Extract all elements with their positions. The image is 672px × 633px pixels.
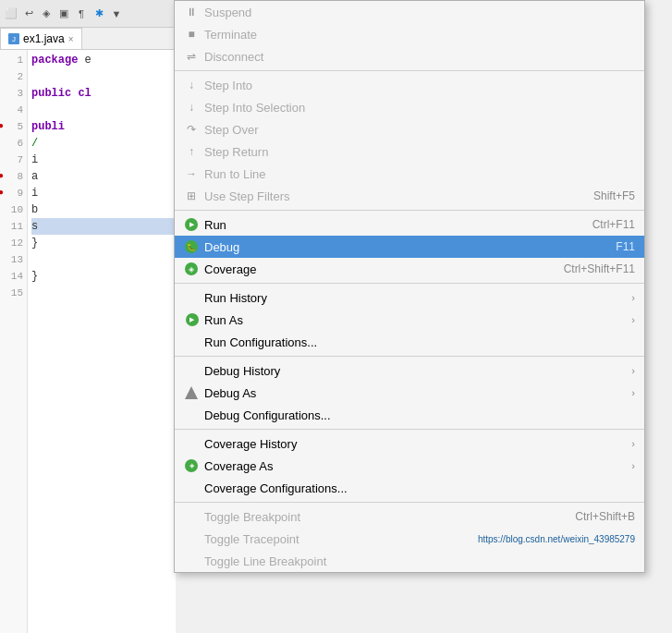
use-step-filters-label: Use Step Filters — [204, 189, 593, 203]
coverage-as-arrow: › — [631, 460, 635, 471]
suspend-label: Suspend — [204, 6, 635, 19]
code-editor: 1 2 3 4 5● 6 7 ●8 ●9 10 11 12 13 14 15 p… — [0, 50, 176, 633]
line-num-12: 12 — [0, 235, 23, 251]
code-line-3: public cl — [31, 85, 176, 102]
separator-6 — [175, 502, 644, 503]
toolbar-icon-2[interactable]: ↩ — [21, 6, 36, 21]
menu-item-coverage-history[interactable]: Coverage History › — [175, 432, 644, 455]
debug-as-label: Debug As — [204, 386, 624, 400]
run-configurations-icon — [182, 335, 201, 349]
step-return-icon: ↑ — [182, 144, 201, 159]
menu-item-step-into[interactable]: ↓ Step Into — [175, 74, 644, 96]
toolbar-icon-4[interactable]: ▣ — [56, 6, 71, 21]
disconnect-icon: ⇌ — [182, 49, 201, 64]
line-num-5: 5● — [0, 118, 23, 135]
coverage-history-arrow: › — [631, 438, 635, 449]
code-line-8: a — [31, 168, 176, 185]
menu-item-debug-history[interactable]: Debug History › — [175, 359, 644, 382]
run-as-icon: ▶ — [182, 312, 201, 327]
toggle-line-breakpoint-label: Toggle Line Breakpoint — [204, 554, 635, 568]
run-to-line-icon: → — [182, 166, 201, 181]
line-num-2: 2 — [0, 68, 23, 85]
toggle-breakpoint-icon — [182, 509, 201, 524]
toolbar-icon-1[interactable]: ⬜ — [4, 6, 18, 21]
menu-item-terminate[interactable]: ■ Terminate — [175, 23, 644, 45]
code-line-2 — [31, 68, 176, 85]
menu-item-toggle-tracepoint[interactable]: Toggle Tracepoint https://blog.csdn.net/… — [175, 528, 644, 550]
debug-history-arrow: › — [631, 365, 635, 376]
terminate-icon: ■ — [182, 27, 201, 42]
toolbar-icon-6[interactable]: ✱ — [92, 6, 106, 21]
step-return-label: Step Return — [204, 145, 635, 159]
run-shortcut: Ctrl+F11 — [593, 218, 635, 231]
step-into-label: Step Into — [204, 79, 635, 92]
toolbar-icon-arrow[interactable]: ▼ — [109, 6, 124, 21]
menu-item-use-step-filters[interactable]: ⊞ Use Step Filters Shift+F5 — [175, 185, 644, 207]
menu-item-suspend[interactable]: ⏸ Suspend — [175, 1, 644, 23]
debug-label: Debug — [204, 240, 616, 254]
menu-item-step-over[interactable]: ↷ Step Over — [175, 118, 644, 140]
menu-item-coverage[interactable]: ◈ Coverage Ctrl+Shift+F11 — [175, 258, 644, 280]
toggle-tracepoint-shortcut: https://blog.csdn.net/weixin_43985279 — [478, 534, 635, 544]
toggle-tracepoint-label: Toggle Tracepoint — [204, 532, 478, 546]
debug-as-icon — [182, 385, 201, 400]
menu-item-step-into-selection[interactable]: ↓ Step Into Selection — [175, 96, 644, 118]
tab-ex1-java[interactable]: J ex1.java × — [0, 28, 82, 49]
toggle-breakpoint-shortcut: Ctrl+Shift+B — [575, 510, 635, 523]
menu-item-debug[interactable]: 🐛 Debug F11 — [175, 236, 644, 258]
menu-item-run-configurations[interactable]: Run Configurations... — [175, 331, 644, 353]
menu-item-toggle-breakpoint[interactable]: Toggle Breakpoint Ctrl+Shift+B — [175, 505, 644, 528]
run-as-arrow: › — [631, 314, 635, 325]
menu-item-debug-configurations[interactable]: Debug Configurations... — [175, 404, 644, 426]
tab-close-button[interactable]: × — [68, 34, 74, 44]
line-num-14: 14 — [0, 268, 23, 285]
code-line-1: package e — [31, 52, 176, 68]
code-line-13 — [31, 251, 176, 268]
separator-2 — [175, 210, 644, 211]
menu-item-run-history[interactable]: Run History › — [175, 286, 644, 309]
step-into-icon: ↓ — [182, 78, 201, 92]
code-line-11: s — [31, 218, 176, 235]
run-to-line-label: Run to Line — [204, 167, 635, 181]
menu-item-run-to-line[interactable]: → Run to Line — [175, 163, 644, 185]
menu-item-coverage-configurations[interactable]: Coverage Configurations... — [175, 477, 644, 499]
toolbar-icon-3[interactable]: ◈ — [39, 6, 54, 21]
separator-5 — [175, 429, 644, 430]
line-num-8: ●8 — [0, 168, 23, 185]
coverage-configurations-label: Coverage Configurations... — [204, 481, 635, 495]
menu-item-run-as[interactable]: ▶ Run As › — [175, 309, 644, 331]
code-line-5: publi — [31, 118, 176, 135]
step-into-selection-label: Step Into Selection — [204, 101, 635, 115]
code-line-6: / — [31, 135, 176, 152]
code-line-10: b — [31, 201, 176, 218]
code-line-7: i — [31, 152, 176, 168]
code-line-4 — [31, 102, 176, 118]
coverage-history-label: Coverage History — [204, 437, 624, 451]
step-over-icon: ↷ — [182, 122, 201, 137]
menu-item-toggle-line-breakpoint[interactable]: Toggle Line Breakpoint — [175, 550, 644, 572]
code-text: package e public cl publi / i a i b s } … — [28, 50, 176, 633]
line-num-3: 3 — [0, 85, 23, 102]
line-num-15: 15 — [0, 285, 23, 301]
menu-item-run[interactable]: Run Ctrl+F11 — [175, 213, 644, 236]
menu-item-disconnect[interactable]: ⇌ Disconnect — [175, 45, 644, 67]
ide-toolbar: ⬜ ↩ ◈ ▣ ¶ ✱ ▼ — [0, 0, 176, 28]
step-into-selection-icon: ↓ — [182, 100, 201, 115]
toolbar-icon-5[interactable]: ¶ — [74, 6, 89, 21]
run-label: Run — [204, 218, 593, 232]
coverage-as-icon: ◈ — [182, 458, 201, 473]
tab-bar: J ex1.java × — [0, 28, 176, 50]
menu-item-step-return[interactable]: ↑ Step Return — [175, 140, 644, 163]
run-icon — [182, 217, 201, 232]
line-num-9: ●9 — [0, 185, 23, 201]
menu-item-debug-as[interactable]: Debug As › — [175, 382, 644, 404]
step-over-label: Step Over — [204, 123, 635, 137]
debug-configurations-label: Debug Configurations... — [204, 408, 635, 422]
line-num-10: 10 — [0, 201, 23, 218]
menu-item-coverage-as[interactable]: ◈ Coverage As › — [175, 455, 644, 477]
line-num-7: 7 — [0, 152, 23, 168]
separator-4 — [175, 356, 644, 357]
code-line-9: i — [31, 185, 176, 201]
toggle-breakpoint-label: Toggle Breakpoint — [204, 510, 575, 524]
coverage-configurations-icon — [182, 481, 201, 495]
